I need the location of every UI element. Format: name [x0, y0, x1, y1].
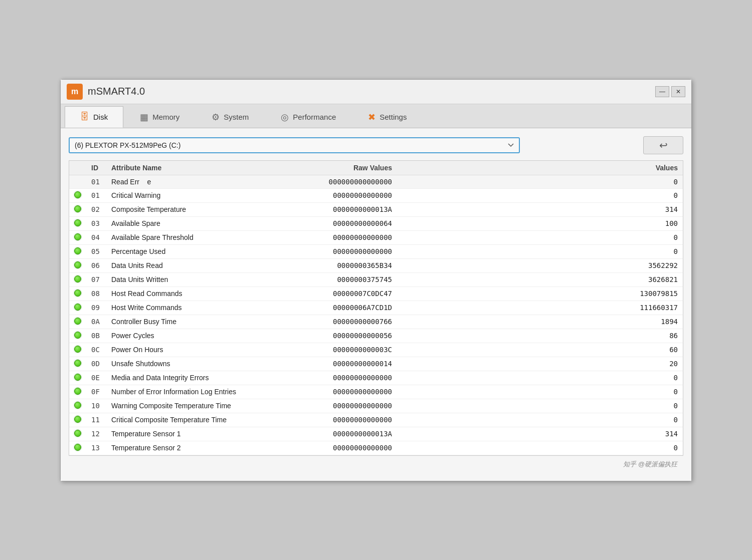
table-row: 10Warning Composite Temperature Time0000… [69, 399, 683, 413]
partial-value: 0 [397, 175, 683, 188]
main-window: m mSMART4.0 — ✕ 🗄 Disk ▦ Memory ⚙ System… [60, 79, 692, 481]
table-row: 12Temperature Sensor 10000000000013A314 [69, 427, 683, 441]
titlebar-left: m mSMART4.0 [67, 84, 145, 100]
table-row: 07Data Units Written00000003757453626821 [69, 272, 683, 287]
row-value: 60 [397, 343, 683, 357]
status-dot [74, 318, 81, 325]
row-status [69, 188, 86, 202]
status-dot [74, 388, 81, 395]
col-id: ID [86, 161, 106, 175]
row-name: Warning Composite Temperature Time [106, 399, 297, 413]
row-status [69, 244, 86, 258]
row-id: 10 [86, 399, 106, 413]
table-row: 11Critical Composite Temperature Time000… [69, 413, 683, 427]
status-dot [74, 360, 81, 367]
row-id: 07 [86, 272, 106, 287]
tab-memory[interactable]: ▦ Memory [124, 106, 195, 128]
row-value: 314 [397, 202, 683, 216]
titlebar: m mSMART4.0 — ✕ [61, 80, 691, 104]
tab-disk[interactable]: 🗄 Disk [65, 106, 123, 128]
row-status [69, 216, 86, 230]
row-raw: 00000000000000 [297, 385, 397, 399]
system-icon: ⚙ [212, 112, 220, 123]
content-area: (6) PLEXTOR PX-512M9PeG (C:) ↩ ID Attrib… [61, 128, 691, 481]
row-id: 13 [86, 441, 106, 455]
tab-memory-label: Memory [152, 113, 179, 121]
tab-performance[interactable]: ◎ Performance [265, 106, 351, 128]
row-raw: 00000000000766 [297, 315, 397, 329]
row-name: Media and Data Integrity Errors [106, 371, 297, 385]
row-status [69, 399, 86, 413]
row-status [69, 413, 86, 427]
row-name: Unsafe Shutdowns [106, 357, 297, 371]
row-value: 0 [397, 371, 683, 385]
row-id: 11 [86, 413, 106, 427]
row-value: 1894 [397, 315, 683, 329]
minimize-button[interactable]: — [655, 86, 669, 97]
table-row: 13Temperature Sensor 2000000000000000 [69, 441, 683, 455]
table-row: 03Available Spare00000000000064100 [69, 216, 683, 230]
refresh-button[interactable]: ↩ [643, 136, 683, 154]
row-name: Power On Hours [106, 343, 297, 357]
table-row: 01Critical Warning000000000000000 [69, 188, 683, 202]
row-id: 0E [86, 371, 106, 385]
status-dot [74, 444, 81, 451]
row-raw: 00000000000000 [297, 399, 397, 413]
row-id: 0B [86, 329, 106, 343]
row-status [69, 343, 86, 357]
row-name: Percentage Used [106, 244, 297, 258]
row-status [69, 202, 86, 216]
row-value: 0 [397, 230, 683, 244]
status-dot [74, 247, 81, 254]
col-status [69, 161, 86, 175]
close-button[interactable]: ✕ [671, 86, 685, 97]
table-row: 04Available Spare Threshold0000000000000… [69, 230, 683, 244]
row-raw: 00000000000000 [297, 371, 397, 385]
row-raw: 00000000000056 [297, 329, 397, 343]
row-id: 0F [86, 385, 106, 399]
row-raw: 0000000000003C [297, 343, 397, 357]
row-status [69, 301, 86, 315]
row-value: 0 [397, 188, 683, 202]
row-raw: 00000000000014 [297, 357, 397, 371]
row-name: Controller Busy Time [106, 315, 297, 329]
table-row: 0EMedia and Data Integrity Errors0000000… [69, 371, 683, 385]
status-dot [74, 275, 81, 283]
row-value: 0 [397, 399, 683, 413]
drive-select[interactable]: (6) PLEXTOR PX-512M9PeG (C:) [69, 137, 520, 153]
table-body: 01 Read Err e 000000000000000 0 01Critic… [69, 175, 683, 455]
table-row: 0FNumber of Error Information Log Entrie… [69, 385, 683, 399]
row-value: 0 [397, 441, 683, 455]
row-raw: 0000000375745 [297, 272, 397, 287]
row-name: Critical Warning [106, 188, 297, 202]
row-name: Composite Temperature [106, 202, 297, 216]
row-name: Data Units Read [106, 258, 297, 272]
partial-status [69, 175, 86, 188]
status-dot [74, 290, 81, 297]
row-status [69, 385, 86, 399]
row-value: 314 [397, 427, 683, 441]
status-dot [74, 191, 81, 198]
col-name: Attribute Name [106, 161, 297, 175]
row-name: Temperature Sensor 1 [106, 427, 297, 441]
status-dot [74, 402, 81, 409]
status-dot [74, 416, 81, 423]
row-raw: 0000000365B34 [297, 258, 397, 272]
table-row: 06Data Units Read0000000365B343562292 [69, 258, 683, 272]
row-name: Temperature Sensor 2 [106, 441, 297, 455]
tab-system[interactable]: ⚙ System [196, 106, 264, 128]
row-id: 01 [86, 188, 106, 202]
table-row: 09Host Write Commands00000006A7CD1D11166… [69, 301, 683, 315]
table-header-row: ID Attribute Name Raw Values Values [69, 161, 683, 175]
row-value: 86 [397, 329, 683, 343]
row-value: 0 [397, 244, 683, 258]
col-raw: Raw Values [297, 161, 397, 175]
row-value: 111660317 [397, 301, 683, 315]
tab-settings[interactable]: ✖ Settings [352, 106, 422, 128]
row-name: Available Spare [106, 216, 297, 230]
table-row: 08Host Read Commands00000007C0DC47130079… [69, 287, 683, 301]
table-row: 0BPower Cycles0000000000005686 [69, 329, 683, 343]
row-id: 12 [86, 427, 106, 441]
tab-disk-label: Disk [93, 113, 108, 121]
row-value: 3562292 [397, 258, 683, 272]
